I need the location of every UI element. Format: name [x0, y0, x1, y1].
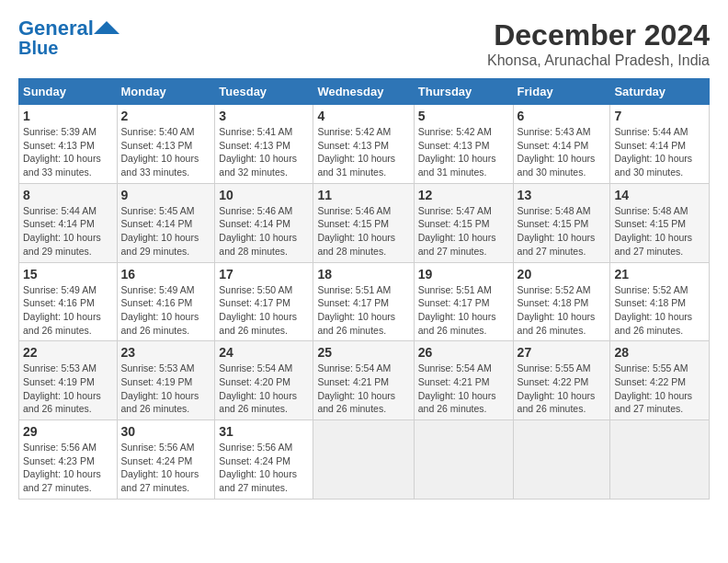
- day-number: 4: [317, 109, 409, 123]
- day-info: Sunrise: 5:56 AM Sunset: 4:24 PM Dayligh…: [219, 441, 309, 495]
- day-info: Sunrise: 5:52 AM Sunset: 4:18 PM Dayligh…: [614, 283, 705, 338]
- calendar-cell: 6Sunrise: 5:43 AM Sunset: 4:14 PM Daylig…: [513, 105, 610, 184]
- calendar-cell: 7Sunrise: 5:44 AM Sunset: 4:14 PM Daylig…: [610, 105, 710, 184]
- day-number: 29: [23, 424, 113, 439]
- calendar-cell: 27Sunrise: 5:55 AM Sunset: 4:22 PM Dayli…: [513, 341, 610, 420]
- calendar-cell: 14Sunrise: 5:48 AM Sunset: 4:15 PM Dayli…: [610, 183, 710, 262]
- day-number: 12: [418, 188, 509, 202]
- day-info: Sunrise: 5:54 AM Sunset: 4:21 PM Dayligh…: [418, 362, 509, 416]
- day-of-week-header: Friday: [513, 79, 610, 105]
- day-number: 28: [614, 345, 705, 360]
- calendar-cell: 16Sunrise: 5:49 AM Sunset: 4:16 PM Dayli…: [117, 262, 215, 341]
- calendar-cell: 8Sunrise: 5:44 AM Sunset: 4:14 PM Daylig…: [19, 183, 118, 262]
- day-number: 9: [121, 188, 211, 202]
- calendar-title: December 2024: [487, 18, 710, 52]
- calendar-cell: 11Sunrise: 5:46 AM Sunset: 4:15 PM Dayli…: [313, 183, 414, 262]
- day-info: Sunrise: 5:42 AM Sunset: 4:13 PM Dayligh…: [418, 125, 509, 179]
- day-number: 20: [518, 267, 607, 282]
- day-number: 19: [418, 267, 509, 282]
- day-number: 3: [219, 109, 309, 123]
- calendar-table: SundayMondayTuesdayWednesdayThursdayFrid…: [18, 78, 710, 500]
- calendar-subtitle: Khonsa, Arunachal Pradesh, India: [487, 52, 710, 69]
- day-number: 6: [518, 109, 607, 123]
- day-number: 7: [614, 109, 705, 123]
- day-of-week-header: Wednesday: [313, 79, 414, 105]
- calendar-cell: 29Sunrise: 5:56 AM Sunset: 4:23 PM Dayli…: [19, 420, 118, 500]
- day-info: Sunrise: 5:49 AM Sunset: 4:16 PM Dayligh…: [121, 283, 211, 338]
- day-number: 25: [317, 345, 409, 360]
- svg-marker-0: [94, 21, 119, 34]
- day-info: Sunrise: 5:46 AM Sunset: 4:14 PM Dayligh…: [219, 204, 309, 259]
- calendar-cell: 30Sunrise: 5:56 AM Sunset: 4:24 PM Dayli…: [117, 420, 215, 500]
- calendar-cell: 20Sunrise: 5:52 AM Sunset: 4:18 PM Dayli…: [513, 262, 610, 341]
- calendar-cell: 26Sunrise: 5:54 AM Sunset: 4:21 PM Dayli…: [414, 341, 513, 420]
- calendar-cell: 3Sunrise: 5:41 AM Sunset: 4:13 PM Daylig…: [215, 105, 313, 184]
- day-info: Sunrise: 5:53 AM Sunset: 4:19 PM Dayligh…: [121, 362, 211, 416]
- calendar-cell: 15Sunrise: 5:49 AM Sunset: 4:16 PM Dayli…: [19, 262, 118, 341]
- calendar-cell: [513, 420, 610, 500]
- day-info: Sunrise: 5:49 AM Sunset: 4:16 PM Dayligh…: [23, 283, 113, 338]
- day-info: Sunrise: 5:46 AM Sunset: 4:15 PM Dayligh…: [317, 204, 409, 259]
- day-info: Sunrise: 5:48 AM Sunset: 4:15 PM Dayligh…: [518, 204, 607, 259]
- calendar-cell: [610, 420, 710, 500]
- day-number: 18: [317, 267, 409, 282]
- calendar-week-row: 15Sunrise: 5:49 AM Sunset: 4:16 PM Dayli…: [19, 262, 710, 341]
- calendar-cell: [414, 420, 513, 500]
- day-info: Sunrise: 5:56 AM Sunset: 4:24 PM Dayligh…: [121, 441, 211, 495]
- day-of-week-header: Saturday: [610, 79, 710, 105]
- day-info: Sunrise: 5:44 AM Sunset: 4:14 PM Dayligh…: [614, 125, 705, 179]
- day-info: Sunrise: 5:39 AM Sunset: 4:13 PM Dayligh…: [23, 125, 113, 179]
- day-number: 10: [219, 188, 309, 202]
- title-block: December 2024 Khonsa, Arunachal Pradesh,…: [487, 18, 710, 69]
- day-info: Sunrise: 5:56 AM Sunset: 4:23 PM Dayligh…: [23, 441, 113, 495]
- day-number: 23: [121, 345, 211, 360]
- day-number: 11: [317, 188, 409, 202]
- day-number: 5: [418, 109, 509, 123]
- day-info: Sunrise: 5:54 AM Sunset: 4:20 PM Dayligh…: [219, 362, 309, 416]
- calendar-body: 1Sunrise: 5:39 AM Sunset: 4:13 PM Daylig…: [19, 105, 710, 500]
- logo: General Blue: [18, 18, 119, 57]
- day-of-week-header: Sunday: [19, 79, 118, 105]
- day-info: Sunrise: 5:54 AM Sunset: 4:21 PM Dayligh…: [317, 362, 409, 416]
- day-info: Sunrise: 5:45 AM Sunset: 4:14 PM Dayligh…: [121, 204, 211, 259]
- day-number: 26: [418, 345, 509, 360]
- day-number: 31: [219, 424, 309, 439]
- calendar-cell: 17Sunrise: 5:50 AM Sunset: 4:17 PM Dayli…: [215, 262, 313, 341]
- day-info: Sunrise: 5:43 AM Sunset: 4:14 PM Dayligh…: [518, 125, 607, 179]
- calendar-header: SundayMondayTuesdayWednesdayThursdayFrid…: [19, 79, 710, 105]
- logo-arrow-icon: [94, 21, 119, 34]
- day-info: Sunrise: 5:51 AM Sunset: 4:17 PM Dayligh…: [317, 283, 409, 338]
- logo-blue-text: Blue: [18, 39, 58, 57]
- day-info: Sunrise: 5:55 AM Sunset: 4:22 PM Dayligh…: [518, 362, 607, 416]
- calendar-cell: 18Sunrise: 5:51 AM Sunset: 4:17 PM Dayli…: [313, 262, 414, 341]
- day-info: Sunrise: 5:50 AM Sunset: 4:17 PM Dayligh…: [219, 283, 309, 338]
- calendar-cell: 24Sunrise: 5:54 AM Sunset: 4:20 PM Dayli…: [215, 341, 313, 420]
- calendar-cell: 19Sunrise: 5:51 AM Sunset: 4:17 PM Dayli…: [414, 262, 513, 341]
- day-number: 13: [518, 188, 607, 202]
- day-of-week-header: Tuesday: [215, 79, 313, 105]
- day-number: 15: [23, 267, 113, 282]
- calendar-cell: 10Sunrise: 5:46 AM Sunset: 4:14 PM Dayli…: [215, 183, 313, 262]
- calendar-cell: 5Sunrise: 5:42 AM Sunset: 4:13 PM Daylig…: [414, 105, 513, 184]
- day-number: 24: [219, 345, 309, 360]
- day-info: Sunrise: 5:41 AM Sunset: 4:13 PM Dayligh…: [219, 125, 309, 179]
- day-number: 22: [23, 345, 113, 360]
- calendar-cell: 25Sunrise: 5:54 AM Sunset: 4:21 PM Dayli…: [313, 341, 414, 420]
- day-number: 16: [121, 267, 211, 282]
- day-number: 27: [518, 345, 607, 360]
- day-number: 1: [23, 109, 113, 123]
- day-number: 17: [219, 267, 309, 282]
- calendar-cell: 22Sunrise: 5:53 AM Sunset: 4:19 PM Dayli…: [19, 341, 118, 420]
- calendar-cell: 13Sunrise: 5:48 AM Sunset: 4:15 PM Dayli…: [513, 183, 610, 262]
- calendar-cell: 12Sunrise: 5:47 AM Sunset: 4:15 PM Dayli…: [414, 183, 513, 262]
- day-of-week-header: Thursday: [414, 79, 513, 105]
- calendar-week-row: 8Sunrise: 5:44 AM Sunset: 4:14 PM Daylig…: [19, 183, 710, 262]
- calendar-week-row: 1Sunrise: 5:39 AM Sunset: 4:13 PM Daylig…: [19, 105, 710, 184]
- calendar-cell: 4Sunrise: 5:42 AM Sunset: 4:13 PM Daylig…: [313, 105, 414, 184]
- day-info: Sunrise: 5:55 AM Sunset: 4:22 PM Dayligh…: [614, 362, 705, 416]
- calendar-week-row: 29Sunrise: 5:56 AM Sunset: 4:23 PM Dayli…: [19, 420, 710, 500]
- page-header: General Blue December 2024 Khonsa, Aruna…: [18, 18, 710, 69]
- day-info: Sunrise: 5:48 AM Sunset: 4:15 PM Dayligh…: [614, 204, 705, 259]
- day-number: 8: [23, 188, 113, 202]
- day-info: Sunrise: 5:40 AM Sunset: 4:13 PM Dayligh…: [121, 125, 211, 179]
